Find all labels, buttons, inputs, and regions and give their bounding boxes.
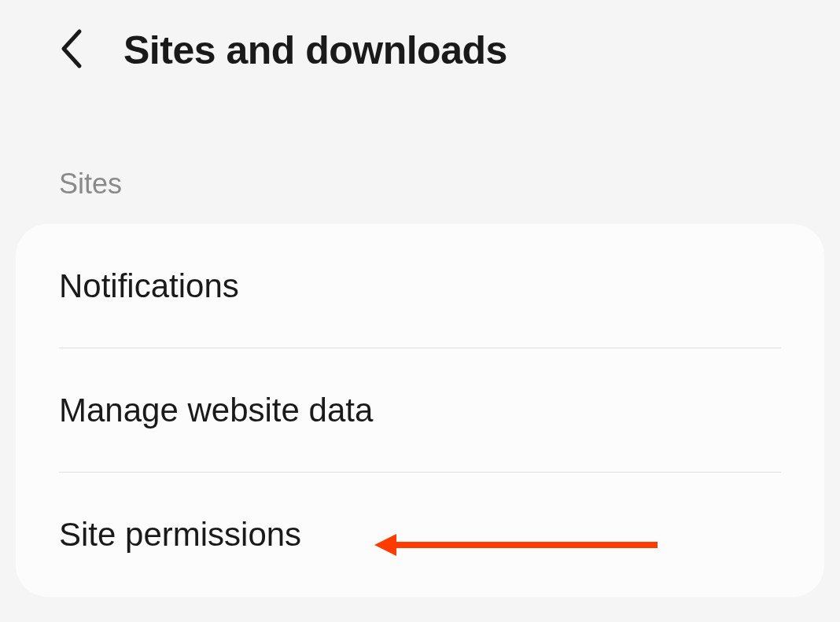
- settings-card: Notifications Manage website data Site p…: [16, 224, 824, 597]
- list-item-label: Manage website data: [59, 392, 373, 429]
- back-button[interactable]: [59, 28, 84, 72]
- page-title: Sites and downloads: [123, 28, 507, 73]
- list-item-label: Notifications: [59, 267, 239, 304]
- chevron-left-icon: [59, 28, 84, 72]
- list-item-site-permissions[interactable]: Site permissions: [16, 473, 824, 597]
- list-item-notifications[interactable]: Notifications: [16, 224, 824, 348]
- list-item-label: Site permissions: [59, 516, 301, 553]
- list-item-manage-website-data[interactable]: Manage website data: [16, 348, 824, 473]
- header: Sites and downloads: [0, 0, 840, 97]
- section-header-sites: Sites: [0, 97, 840, 224]
